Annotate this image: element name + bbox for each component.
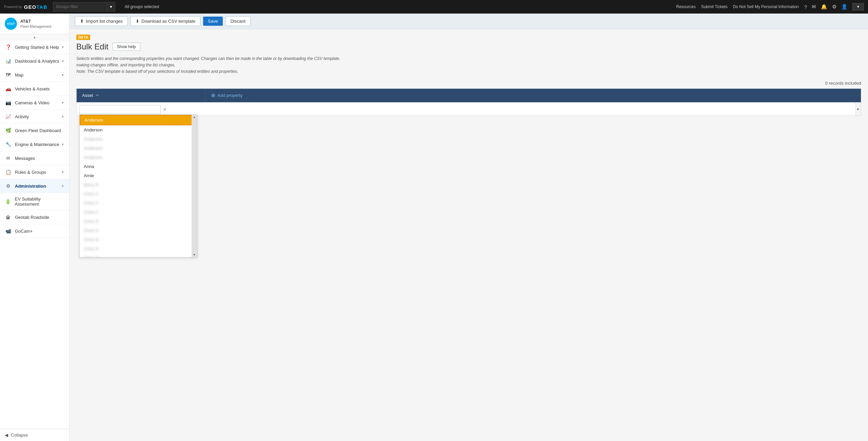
sidebar-item-label-rules: Rules & Groups <box>15 170 46 175</box>
scroll-up-arrow[interactable]: ▲ <box>193 115 196 119</box>
list-item[interactable]: Chris O <box>80 244 197 253</box>
green-fleet-icon: 🌿 <box>5 127 12 134</box>
sidebar-item-dashboard[interactable]: 📊 Dashboard & Analytics ▼ <box>0 54 69 68</box>
import-label: Import list changes <box>86 19 123 24</box>
roadside-icon: 🛣 <box>5 214 12 220</box>
sidebar-item-rules[interactable]: 📋 Rules & Groups ▼ <box>0 165 69 179</box>
table-header-scroll-corner <box>855 89 861 102</box>
settings-icon[interactable]: ⚙ <box>832 4 836 10</box>
brand-logo: AT&T <box>5 18 17 30</box>
list-item[interactable]: Anderson <box>80 144 197 153</box>
asset-edit-icon[interactable]: ✏ <box>96 93 99 98</box>
discard-label: Discard <box>231 19 245 24</box>
description-line2: Note: The CSV template is based off of y… <box>76 68 341 75</box>
sidebar-item-ev-suitability[interactable]: 🔋 EV Suitability Assessment <box>0 193 69 210</box>
list-item[interactable]: Anderson <box>80 134 197 144</box>
add-icon: ⊕ <box>211 92 215 99</box>
description-line1: Selects entities and the corresponding p… <box>76 56 341 68</box>
sidebar-item-messages[interactable]: ✉ Messages <box>0 151 69 165</box>
description: Selects entities and the corresponding p… <box>76 56 341 75</box>
mail-icon[interactable]: ✉ <box>812 4 816 10</box>
dropdown-select-row: ✕ <box>79 105 861 114</box>
dropdown-clear-btn[interactable]: ✕ <box>162 106 167 113</box>
table-area: Asset ✏ ⊕ Add property ✕ <box>76 88 861 116</box>
sidebar-collapse-btn[interactable]: ◀ Collapse <box>0 429 69 441</box>
engine-icon: 🔧 <box>5 141 12 148</box>
logo-area: Powered by GEOTAB <box>4 4 47 10</box>
brand-sub: Fleet Management <box>20 24 52 28</box>
list-item[interactable]: Arnie <box>80 171 197 180</box>
download-label: Download as CSV template <box>141 19 195 24</box>
groups-filter-dropdown-btn[interactable]: ▼ <box>107 2 115 12</box>
sidebar-item-geotab-roadside[interactable]: 🛣 Geotab Roadside <box>0 210 69 224</box>
user-icon[interactable]: 👤 <box>841 4 848 10</box>
sidebar-scroll-up[interactable]: ▲ <box>0 34 69 40</box>
user-dropdown-btn[interactable]: ▼ <box>852 3 864 10</box>
import-list-changes-btn[interactable]: ⬆ Import list changes <box>75 16 128 26</box>
sidebar-item-label-roadside: Geotab Roadside <box>15 215 49 220</box>
list-item[interactable]: Anderson <box>80 153 197 162</box>
page-title-text: Bulk Edit <box>76 42 108 51</box>
show-help-btn[interactable]: Show help <box>113 43 140 51</box>
groups-selected-label: All groups selected <box>125 4 159 9</box>
list-item[interactable]: Chris O <box>80 235 197 244</box>
chevron-icon-dashboard: ▼ <box>61 59 64 63</box>
dropdown-list: AndersonAndersonAndersonAndersonAnderson… <box>79 114 197 257</box>
page-title: Bulk Edit Show help <box>76 42 861 51</box>
download-csv-btn[interactable]: ⬇ Download as CSV template <box>131 16 200 26</box>
list-item[interactable]: Barry S <box>80 180 197 189</box>
sidebar-item-cameras[interactable]: 📷 Cameras & Video ▼ <box>0 96 69 110</box>
chevron-icon-engine: ▼ <box>61 143 64 146</box>
chevron-icon-getting-started: ▼ <box>61 45 64 49</box>
top-bar-left: Powered by GEOTAB ▼ All groups selected <box>4 2 159 12</box>
sidebar-item-vehicles[interactable]: 🚗 Vehicles & Assets <box>0 82 69 96</box>
powered-by-text: Powered by <box>4 5 22 9</box>
groups-filter-input[interactable] <box>53 2 107 12</box>
administration-icon: ⚙ <box>5 183 12 189</box>
save-btn[interactable]: Save <box>203 17 223 26</box>
list-item[interactable]: Anna <box>80 162 197 171</box>
scroll-down-arrow[interactable]: ▼ <box>193 253 196 256</box>
list-item[interactable]: Chris O <box>80 217 197 226</box>
dropdown-list-inner[interactable]: AndersonAndersonAndersonAndersonAnderson… <box>80 115 197 257</box>
discard-btn[interactable]: Discard <box>225 16 251 26</box>
list-item[interactable]: Chris O <box>80 226 197 235</box>
save-label: Save <box>208 19 218 24</box>
cameras-icon: 📷 <box>5 99 12 106</box>
sidebar-item-engine[interactable]: 🔧 Engine & Maintenance ▼ <box>0 138 69 151</box>
dropdown-container: ✕ AndersonAndersonAndersonAndersonAnders… <box>77 102 861 114</box>
messages-icon: ✉ <box>5 155 12 162</box>
sidebar-item-label-getting-started: Getting Started & Help <box>15 45 59 50</box>
help-icon[interactable]: ? <box>804 4 807 10</box>
list-item[interactable]: Chris C <box>80 208 197 217</box>
list-item[interactable]: Anderson <box>80 115 197 125</box>
add-property-label: Add property <box>217 93 242 98</box>
groups-filter-wrapper: ▼ <box>53 2 115 12</box>
list-item[interactable]: Anderson <box>80 125 197 134</box>
asset-column-label: Asset <box>82 93 93 98</box>
table-scroll-right[interactable]: ▶ <box>855 102 861 115</box>
sidebar-item-label-activity: Activity <box>15 114 29 119</box>
list-item[interactable]: Chris C <box>80 198 197 208</box>
sidebar-item-activity[interactable]: 📈 Activity ▼ <box>0 110 69 124</box>
ev-icon: 🔋 <box>5 198 12 205</box>
add-property-btn[interactable]: ⊕ Add property <box>205 92 855 99</box>
download-icon: ⬇ <box>136 19 139 24</box>
list-item[interactable]: Chris C <box>80 189 197 198</box>
chevron-icon-activity: ▼ <box>61 115 64 119</box>
chevron-icon-administration: ▼ <box>61 184 64 188</box>
submit-tickets-link[interactable]: Submit Tickets <box>701 4 728 9</box>
list-item[interactable]: Chris O <box>80 253 197 257</box>
sidebar-item-getting-started[interactable]: ❓ Getting Started & Help ▼ <box>0 40 69 54</box>
bell-icon[interactable]: 🔔 <box>821 4 827 10</box>
sidebar-item-green-fleet[interactable]: 🌿 Green Fleet Dashboard <box>0 124 69 138</box>
sidebar-item-gocam[interactable]: 📹 GoCam+ <box>0 224 69 238</box>
asset-dropdown-select[interactable] <box>79 105 161 114</box>
sidebar-item-administration[interactable]: ⚙ Administration ▼ <box>0 179 69 193</box>
dropdown-scroll-bar[interactable]: ▲ ▼ <box>192 115 197 257</box>
resources-link[interactable]: Resources <box>676 4 695 9</box>
do-not-sell-link[interactable]: Do Not Sell My Personal Information <box>733 4 799 9</box>
top-bar: Powered by GEOTAB ▼ All groups selected … <box>0 0 868 14</box>
sidebar-item-label-ev: EV Suitability Assessment <box>15 196 65 207</box>
sidebar-item-map[interactable]: 🗺 Map ▼ <box>0 68 69 82</box>
